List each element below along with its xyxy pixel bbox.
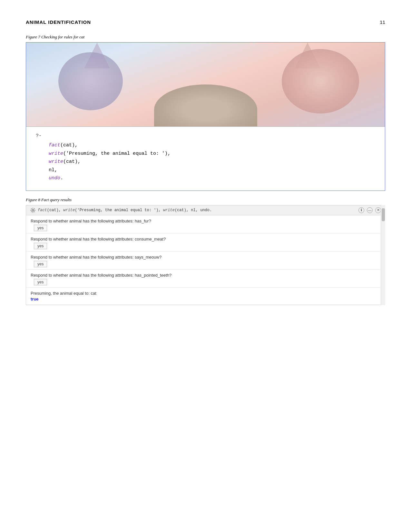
code-text-3: (cat), bbox=[63, 159, 81, 164]
figure8-container: fact(cat), write('Presuming, the animal … bbox=[26, 205, 385, 305]
query-answer-2: yes bbox=[34, 243, 47, 249]
query-question-1: Respond to whether animal has the follow… bbox=[31, 219, 380, 223]
result-text: Presuming, the animal equal to: cat bbox=[31, 291, 380, 296]
page-title: ANIMAL IDENTIFICATION bbox=[26, 19, 91, 25]
cat-image-simulation bbox=[26, 43, 385, 126]
close-button[interactable]: ✕ bbox=[375, 207, 381, 213]
code-text-1: (cat), bbox=[60, 143, 78, 148]
code-line-4: nl, bbox=[49, 166, 375, 174]
code-line-3: write(cat), bbox=[49, 158, 375, 166]
query-answer-1: yes bbox=[34, 225, 47, 231]
figure8-wrapper: fact(cat), write('Presuming, the animal … bbox=[26, 205, 385, 305]
result-row: Presuming, the animal equal to: cat true… bbox=[26, 288, 385, 305]
code-keyword-write2: write bbox=[49, 159, 63, 164]
query-row-1: Respond to whether animal has the follow… bbox=[26, 215, 385, 233]
titlebar-left: fact(cat), write('Presuming, the animal … bbox=[30, 207, 212, 213]
query-row-4: Respond to whether animal has the follow… bbox=[26, 270, 385, 288]
svg-point-0 bbox=[32, 209, 34, 211]
code-line-1: fact(cat), bbox=[49, 141, 375, 150]
code-keyword-fact: fact bbox=[49, 143, 60, 148]
cat-face-right bbox=[282, 49, 359, 113]
query-row-3: Respond to whether animal has the follow… bbox=[26, 251, 385, 270]
code-line-5: undo. bbox=[49, 174, 375, 182]
scrollbar[interactable] bbox=[381, 205, 385, 305]
titlebar-code-italic2: write bbox=[63, 208, 75, 212]
minimize-button[interactable]: — bbox=[367, 207, 373, 213]
query-row-2: Respond to whether animal has the follow… bbox=[26, 233, 385, 251]
figure7-container: ?- fact(cat), write('Presuming, the anim… bbox=[26, 42, 385, 191]
query-answer-4: yes bbox=[34, 279, 47, 285]
code-keyword-undo: undo bbox=[49, 175, 60, 181]
titlebar-controls[interactable]: ℹ — ✕ bbox=[358, 207, 381, 213]
code-nl: nl, bbox=[49, 167, 57, 173]
page-number: 11 bbox=[380, 19, 385, 25]
code-line-2: write('Presuming, the animal equal to: '… bbox=[49, 150, 375, 158]
query-question-2: Respond to whether animal has the follow… bbox=[31, 237, 380, 241]
cat-face-bottom bbox=[154, 84, 257, 126]
info-button[interactable]: ℹ bbox=[358, 207, 364, 213]
figure7-image bbox=[26, 43, 385, 126]
code-keyword-write1: write bbox=[49, 151, 63, 156]
figure7-code-area: ?- fact(cat), write('Presuming, the anim… bbox=[26, 126, 385, 191]
query-answer-3: yes bbox=[34, 261, 47, 267]
cat-face-left bbox=[58, 52, 123, 110]
code-dot: . bbox=[60, 175, 63, 181]
page-header: ANIMAL IDENTIFICATION 11 bbox=[26, 19, 385, 25]
code-block: fact(cat), write('Presuming, the animal … bbox=[36, 141, 375, 182]
code-prompt: ?- bbox=[36, 133, 375, 139]
figure7-caption: Figure 7 Checking for rules for cat bbox=[26, 34, 385, 40]
titlebar-code-italic3: write bbox=[163, 208, 175, 212]
titlebar-code-italic1: fact bbox=[38, 208, 47, 212]
gear-icon bbox=[30, 207, 36, 213]
result-value: true bbox=[31, 297, 380, 301]
code-text-2: ('Presuming, the animal equal to: '), bbox=[63, 151, 171, 156]
titlebar-text: fact(cat), write('Presuming, the animal … bbox=[38, 208, 212, 212]
scrollbar-thumb[interactable] bbox=[382, 208, 385, 221]
query-question-3: Respond to whether animal has the follow… bbox=[31, 255, 380, 260]
query-titlebar: fact(cat), write('Presuming, the animal … bbox=[26, 205, 385, 215]
figure8-caption: Figure 8 Fact query results bbox=[26, 197, 385, 202]
query-question-4: Respond to whether animal has the follow… bbox=[31, 273, 380, 278]
